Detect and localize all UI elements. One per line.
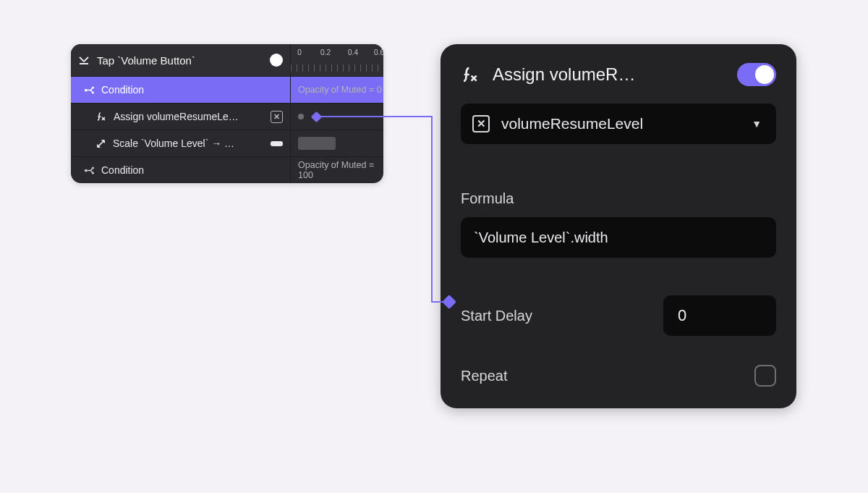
formula-input[interactable]: `Volume Level`.width	[461, 217, 776, 258]
svg-point-4	[92, 167, 94, 169]
chevron-down-icon: ▼	[752, 118, 762, 130]
timeline-ruler[interactable]: 0 0.2 0.4 0.6	[291, 44, 383, 76]
variable-badge-icon: ✕	[271, 111, 283, 123]
start-delay-label: Start Delay	[461, 308, 650, 324]
tween-bar[interactable]	[298, 137, 336, 150]
branch-icon	[84, 165, 95, 176]
repeat-label: Repeat	[461, 368, 741, 384]
scale-icon	[95, 138, 106, 149]
variable-select-value: volumeResumeLevel	[501, 115, 740, 132]
row-track[interactable]	[291, 104, 383, 130]
svg-point-3	[85, 169, 88, 172]
start-delay-input[interactable]: 0	[663, 295, 776, 336]
row-summary: Opacity of Muted = 0	[298, 85, 382, 95]
keyframe-diamond-icon[interactable]	[311, 111, 323, 122]
enabled-toggle[interactable]	[737, 63, 776, 86]
timeline-row-condition[interactable]: Condition Opacity of Muted = 100	[71, 156, 383, 183]
formula-label: Formula	[461, 190, 776, 207]
svg-point-0	[85, 88, 88, 91]
repeat-row: Repeat	[461, 365, 776, 387]
formula-value: `Volume Level`.width	[474, 229, 608, 246]
interaction-timeline-panel: Tap `Volume Button` 0 0.2 0.4 0.6 Condit…	[71, 44, 383, 183]
start-delay-row: Start Delay 0	[461, 295, 776, 336]
easing-badge-icon	[271, 141, 283, 146]
ruler-tick-label: 0	[297, 49, 302, 56]
timeline-row-assign[interactable]: Assign volumeResumeLe… ✕	[71, 103, 383, 130]
timeline-header-title-area[interactable]: Tap `Volume Button`	[71, 44, 291, 76]
timeline-row-scale[interactable]: Scale `Volume Level` → …	[71, 130, 383, 156]
inspector-panel: Assign volumeR… ✕ volumeResumeLevel ▼ Fo…	[441, 44, 796, 408]
svg-point-1	[92, 86, 94, 88]
svg-point-2	[92, 91, 94, 93]
repeat-checkbox[interactable]	[754, 365, 776, 387]
timeline-title: Tap `Volume Button`	[97, 54, 195, 67]
inspector-header: Assign volumeR…	[461, 63, 776, 86]
variable-badge-icon: ✕	[472, 115, 490, 132]
timeline-row-condition[interactable]: Condition Opacity of Muted = 0	[71, 76, 383, 103]
start-delay-value: 0	[678, 306, 686, 325]
svg-point-5	[92, 172, 94, 174]
row-track: Opacity of Muted = 100	[291, 157, 383, 183]
row-label: Condition	[101, 164, 283, 176]
function-fx-icon	[461, 65, 480, 84]
row-label: Assign volumeResumeLe…	[114, 111, 264, 122]
keyframe-dot-icon[interactable]	[298, 114, 304, 119]
ruler-tick-label: 0.4	[348, 49, 358, 56]
ruler-tick-label: 0.2	[320, 49, 331, 56]
variable-select[interactable]: ✕ volumeResumeLevel ▼	[461, 104, 776, 144]
function-fx-icon	[95, 111, 107, 122]
row-track: Opacity of Muted = 0	[291, 77, 383, 103]
branch-icon	[84, 85, 95, 96]
timeline-header: Tap `Volume Button` 0 0.2 0.4 0.6	[71, 44, 383, 76]
interaction-icon	[78, 54, 90, 66]
record-indicator-icon[interactable]	[270, 54, 283, 67]
inspector-title: Assign volumeR…	[493, 64, 724, 85]
row-label: Condition	[101, 84, 283, 96]
row-label: Scale `Volume Level` → …	[113, 138, 264, 149]
row-summary: Opacity of Muted = 100	[298, 160, 383, 180]
row-track[interactable]	[291, 130, 383, 156]
ruler-tick-label: 0.6	[374, 49, 383, 56]
